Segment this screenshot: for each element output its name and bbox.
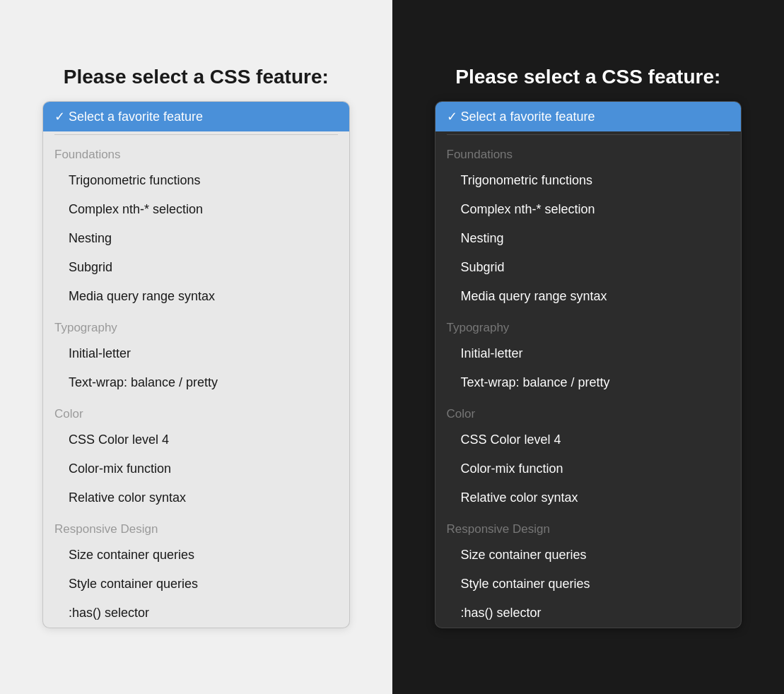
dark-panel-title: Please select a CSS feature:: [435, 66, 742, 88]
list-item[interactable]: Initial-letter: [435, 339, 742, 368]
list-item[interactable]: Nesting: [43, 224, 349, 253]
list-item[interactable]: Subgrid: [43, 253, 349, 282]
list-item[interactable]: Color-mix function: [435, 454, 742, 483]
list-item[interactable]: CSS Color level 4: [43, 425, 349, 454]
list-item[interactable]: Size container queries: [43, 541, 349, 570]
light-panel: Please select a CSS feature: ✓ Select a …: [0, 0, 392, 694]
list-item[interactable]: Media query range syntax: [435, 282, 742, 311]
list-item[interactable]: :has() selector: [435, 599, 742, 628]
list-item[interactable]: Text-wrap: balance / pretty: [435, 368, 742, 397]
list-item[interactable]: Initial-letter: [43, 339, 349, 368]
list-item[interactable]: Complex nth-* selection: [43, 195, 349, 224]
list-item[interactable]: Trigonometric functions: [435, 166, 742, 195]
light-select-box[interactable]: ✓ Select a favorite feature Foundations …: [42, 101, 350, 628]
list-item[interactable]: Text-wrap: balance / pretty: [43, 368, 349, 397]
dark-group-typography: Typography: [435, 311, 742, 339]
light-selected-option[interactable]: ✓ Select a favorite feature: [43, 102, 349, 131]
light-divider: [54, 134, 338, 135]
list-item[interactable]: Nesting: [435, 224, 742, 253]
dark-group-foundations: Foundations: [435, 138, 742, 166]
list-item[interactable]: Trigonometric functions: [43, 166, 349, 195]
light-group-typography: Typography: [43, 311, 349, 339]
dark-divider: [447, 134, 730, 135]
dark-panel: Please select a CSS feature: ✓ Select a …: [392, 0, 785, 694]
list-item[interactable]: :has() selector: [43, 599, 349, 628]
list-item[interactable]: Media query range syntax: [43, 282, 349, 311]
light-panel-title: Please select a CSS feature:: [42, 66, 350, 88]
list-item[interactable]: Size container queries: [435, 541, 742, 570]
list-item[interactable]: Relative color syntax: [43, 483, 349, 512]
list-item[interactable]: CSS Color level 4: [435, 425, 742, 454]
dark-select-box[interactable]: ✓ Select a favorite feature Foundations …: [435, 101, 742, 628]
list-item[interactable]: Relative color syntax: [435, 483, 742, 512]
dark-selected-option[interactable]: ✓ Select a favorite feature: [435, 102, 742, 131]
dark-group-responsive: Responsive Design: [435, 512, 742, 541]
light-group-foundations: Foundations: [43, 138, 349, 166]
light-group-responsive: Responsive Design: [43, 512, 349, 541]
list-item[interactable]: Style container queries: [43, 570, 349, 599]
light-group-color: Color: [43, 397, 349, 425]
list-item[interactable]: Color-mix function: [43, 454, 349, 483]
list-item[interactable]: Style container queries: [435, 570, 742, 599]
dark-group-color: Color: [435, 397, 742, 425]
list-item[interactable]: Subgrid: [435, 253, 742, 282]
list-item[interactable]: Complex nth-* selection: [435, 195, 742, 224]
